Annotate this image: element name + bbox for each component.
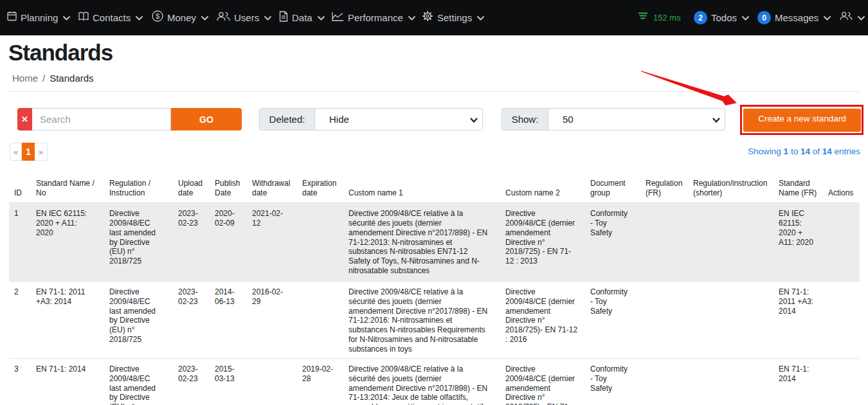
svg-text:$: $ xyxy=(156,12,159,20)
